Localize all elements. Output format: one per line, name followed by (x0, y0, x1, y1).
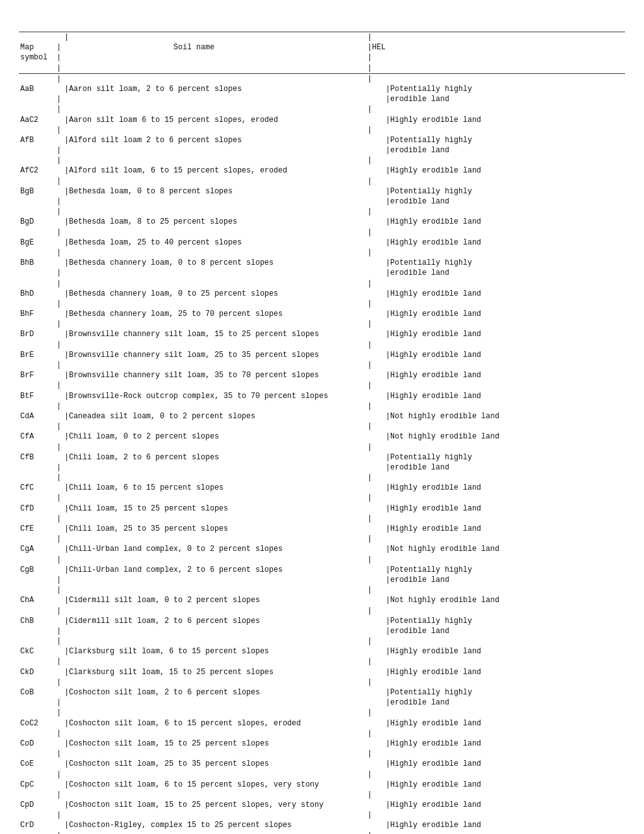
map-symbol-cell: BrD (19, 329, 63, 339)
table-row: CgB |Chili-Urban land complex, 2 to 6 pe… (19, 565, 625, 575)
map-symbol-cell: ChA (19, 595, 63, 605)
soil-name-cell: |Chili loam, 6 to 15 percent slopes (63, 483, 366, 493)
table-row: CoD |Coshocton silt loam, 15 to 25 perce… (19, 739, 625, 749)
hel-cell: |Highly erodible land (366, 718, 625, 728)
map-symbol-cell: CoB (19, 687, 63, 698)
soil-name-cell: |Cidermill silt loam, 0 to 2 percent slo… (63, 595, 366, 605)
map-symbol-cell: CgA (19, 544, 63, 554)
table-row: BhF |Bethesda channery loam, 25 to 70 pe… (19, 309, 625, 319)
hel-cell: |Potentially highly (366, 258, 625, 268)
table-row: AfC2 |Alford silt loam, 6 to 15 percent … (19, 166, 625, 176)
table-row: CoC2 |Coshocton silt loam, 6 to 15 perce… (19, 718, 625, 728)
table-row: CfA |Chili loam, 0 to 2 percent slopes |… (19, 432, 625, 442)
soil-name-cell: |Coshocton silt loam, 6 to 15 percent sl… (63, 780, 366, 790)
table-row: ChA |Cidermill silt loam, 0 to 2 percent… (19, 595, 625, 605)
soil-name-cell: |Alford silt loam 2 to 6 percent slopes (63, 135, 366, 145)
soil-name-cell: |Coshocton silt loam, 2 to 6 percent slo… (63, 687, 366, 698)
hel-cell: |Highly erodible land (366, 524, 625, 534)
table-row: BrF |Brownsville channery silt loam, 35 … (19, 370, 625, 380)
table-row: CoB |Coshocton silt loam, 2 to 6 percent… (19, 687, 625, 698)
map-symbol-cell: CgB (19, 565, 63, 575)
hel-cell: |Highly erodible land (366, 166, 625, 176)
hel-cell: |Highly erodible land (366, 115, 625, 125)
hel-cell: |Highly erodible land (366, 504, 625, 514)
soil-name-cell: |Coshocton silt loam, 15 to 25 percent s… (63, 800, 366, 810)
hel-cell: |Highly erodible land (366, 350, 625, 360)
soil-name-cell: |Bethesda channery loam, 0 to 8 percent … (63, 258, 366, 268)
soil-name-cell: |Bethesda loam, 25 to 40 percent slopes (63, 238, 366, 248)
map-symbol-cell: CoE (19, 759, 63, 769)
map-symbol-cell: CkD (19, 667, 63, 677)
hel-cell: |Highly erodible land (366, 289, 625, 299)
hel-cell: |Highly erodible land (366, 329, 625, 339)
map-symbol-cell: BhD (19, 289, 63, 299)
soil-name-cell: |Chili loam, 2 to 6 percent slopes (63, 452, 366, 462)
table-row: BgD |Bethesda loam, 8 to 25 percent slop… (19, 217, 625, 227)
soil-name-cell: |Coshocton silt loam, 6 to 15 percent sl… (63, 718, 366, 728)
table-row-continued: | |erodible land (19, 94, 625, 104)
soil-name-cell: |Brownsville channery silt loam, 25 to 3… (63, 350, 366, 360)
table-row: BrE |Brownsville channery silt loam, 25 … (19, 350, 625, 360)
soil-name-cell: |Chili loam, 25 to 35 percent slopes (63, 524, 366, 534)
table-row-continued: | |erodible land (19, 698, 625, 708)
soil-name-cell: |Bethesda channery loam, 0 to 25 percent… (63, 289, 366, 299)
soil-name-cell: |Coshocton-Rigley, complex 15 to 25 perc… (63, 820, 366, 830)
soil-name-cell: |Chili loam, 15 to 25 percent slopes (63, 504, 366, 514)
table-row: AaC2 |Aaron silt loam 6 to 15 percent sl… (19, 115, 625, 125)
map-symbol-cell: BgD (19, 217, 63, 227)
soil-name-cell: |Aaron silt loam, 2 to 6 percent slopes (63, 84, 366, 94)
table-row: ChB |Cidermill silt loam, 2 to 6 percent… (19, 616, 625, 626)
table-row: BgE |Bethesda loam, 25 to 40 percent slo… (19, 238, 625, 248)
map-symbol-cell: CoD (19, 739, 63, 749)
map-symbol-cell: CdA (19, 411, 63, 421)
table-row: CpD |Coshocton silt loam, 15 to 25 perce… (19, 800, 625, 810)
table-row: CgA |Chili-Urban land complex, 0 to 2 pe… (19, 544, 625, 554)
hel-cell: |Highly erodible land (366, 820, 625, 830)
table-row: BtF |Brownsville-Rock outcrop complex, 3… (19, 391, 625, 401)
map-symbol-cell: BrF (19, 370, 63, 380)
hel-cell: |Highly erodible land (366, 667, 625, 677)
hel-cell: |Highly erodible land (366, 646, 625, 656)
hel-cell: |Not highly erodible land (366, 595, 625, 605)
table-row: BgB |Bethesda loam, 0 to 8 percent slope… (19, 186, 625, 196)
soil-name-cell: |Brownsville channery silt loam, 15 to 2… (63, 329, 366, 339)
map-symbol-cell: BrE (19, 350, 63, 360)
hel-cell: |Not highly erodible land (366, 544, 625, 554)
table-row: CfC |Chili loam, 6 to 15 percent slopes … (19, 483, 625, 493)
hel-cell: |Highly erodible land (366, 780, 625, 790)
table-row-continued: | |erodible land (19, 462, 625, 473)
hel-cell: |Not highly erodible land (366, 411, 625, 421)
hel-cell: |Potentially highly (366, 186, 625, 196)
table-row: BhB |Bethesda channery loam, 0 to 8 perc… (19, 258, 625, 268)
table-row: AaB |Aaron silt loam, 2 to 6 percent slo… (19, 84, 625, 94)
table-row: CkC |Clarksburg silt loam, 6 to 15 perce… (19, 646, 625, 656)
table-row: CfB |Chili loam, 2 to 6 percent slopes |… (19, 452, 625, 462)
soil-name-cell: |Aaron silt loam 6 to 15 percent slopes,… (63, 115, 366, 125)
table-row: CfE |Chili loam, 25 to 35 percent slopes… (19, 524, 625, 534)
hel-cell: |Highly erodible land (366, 800, 625, 810)
soil-name-cell: |Clarksburg silt loam, 15 to 25 percent … (63, 667, 366, 677)
map-symbol-cell: BhF (19, 309, 63, 319)
map-symbol-cell: CfA (19, 432, 63, 442)
table-row-continued: | |erodible land (19, 196, 625, 207)
table-row: CdA |Caneadea silt loam, 0 to 2 percent … (19, 411, 625, 421)
map-symbol-cell: BhB (19, 258, 63, 268)
table-row-continued: | |erodible land (19, 145, 625, 155)
hel-cell: |Highly erodible land (366, 483, 625, 493)
hel-cell: |Potentially highly (366, 84, 625, 94)
map-symbol-cell: AaC2 (19, 115, 63, 125)
soil-name-cell: |Chili-Urban land complex, 0 to 2 percen… (63, 544, 366, 554)
table-row-continued: | |erodible land (19, 575, 625, 585)
table-row: BrD |Brownsville channery silt loam, 15 … (19, 329, 625, 339)
map-symbol-cell: CfE (19, 524, 63, 534)
soil-name-cell: |Coshocton silt loam, 25 to 35 percent s… (63, 759, 366, 769)
hel-cell: |Highly erodible land (366, 238, 625, 248)
soil-name-cell: |Chili loam, 0 to 2 percent slopes (63, 432, 366, 442)
hel-cell: |Potentially highly (366, 616, 625, 626)
map-symbol-cell: CkC (19, 646, 63, 656)
map-symbol-cell: BgB (19, 186, 63, 196)
table-row: CoE |Coshocton silt loam, 25 to 35 perce… (19, 759, 625, 769)
hel-cell: |Potentially highly (366, 135, 625, 145)
table-row: BhD |Bethesda channery loam, 0 to 25 per… (19, 289, 625, 299)
map-symbol-cell: BgE (19, 238, 63, 248)
